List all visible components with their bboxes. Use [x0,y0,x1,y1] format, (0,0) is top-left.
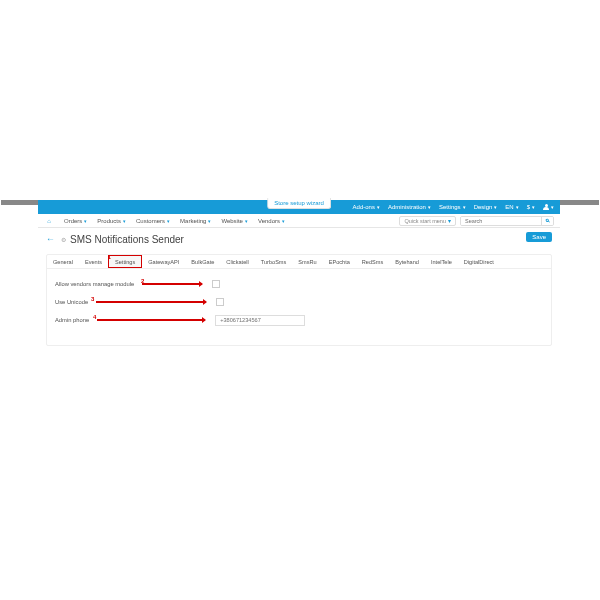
menu-vendors[interactable]: Vendors▾ [258,218,285,224]
search-icon [545,218,551,224]
tab-gatewayapi[interactable]: GatewayAPI [142,255,185,268]
topbar-currency[interactable]: $▾ [527,204,535,210]
label-use-unicode: Use Unicode [55,299,88,305]
tab-turbosms[interactable]: TurboSms [255,255,293,268]
label-admin-phone: Admin phone [55,317,89,323]
topbar-administration[interactable]: Administration▾ [388,204,431,210]
row-admin-phone: Admin phone 4 [55,311,543,329]
admin-app: Store setup wizard Add-ons▾ Administrati… [38,200,560,400]
checkbox-allow-vendors[interactable] [212,280,220,288]
tab-epochta[interactable]: EPochta [323,255,356,268]
topbar-user-menu[interactable]: ▾ [543,204,554,210]
tab-bulkgate[interactable]: BulkGate [185,255,220,268]
annotation-1: 1 [108,254,111,260]
topbar-settings[interactable]: Settings▾ [439,204,466,210]
save-button[interactable]: Save [526,232,552,242]
person-icon [543,204,549,210]
checkbox-use-unicode[interactable] [216,298,224,306]
search-input[interactable] [461,216,541,226]
topbar-addons[interactable]: Add-ons▾ [353,204,380,210]
main-menu: ⌂ Orders▾ Products▾ Customers▾ Marketing… [38,214,560,228]
menu-orders[interactable]: Orders▾ [64,218,87,224]
label-allow-vendors: Allow vendors manage module [55,281,134,287]
tab-redsms[interactable]: RedSms [356,255,389,268]
home-icon[interactable]: ⌂ [44,218,54,224]
tab-general[interactable]: General [47,255,79,268]
back-button[interactable]: ← [46,234,55,244]
menu-website[interactable]: Website▾ [221,218,248,224]
tabs: General Events 1 Settings GatewayAPI Bul… [47,255,551,269]
store-setup-wizard-button[interactable]: Store setup wizard [267,198,331,209]
menu-marketing[interactable]: Marketing▾ [180,218,211,224]
tab-settings[interactable]: Settings [108,255,142,268]
input-admin-phone[interactable] [215,315,305,326]
annotation-3: 3 [91,296,94,302]
row-use-unicode: Use Unicode 3 [55,293,543,311]
search-button[interactable] [541,216,553,226]
search-box [460,216,554,226]
row-allow-vendors: Allow vendors manage module 2 [55,275,543,293]
tab-bytehand[interactable]: Bytehand [389,255,425,268]
annotation-4: 4 [93,314,96,320]
tab-digitaldirect[interactable]: DigitalDirect [458,255,500,268]
page-title: SMS Notifications Sender [70,234,184,245]
quick-start-menu[interactable]: Quick start menu▾ [399,216,456,226]
settings-form: Allow vendors manage module 2 Use Unicod… [47,269,551,345]
title-bar: ← ⚙ SMS Notifications Sender Save [38,228,560,250]
tab-clickatell[interactable]: Clickatell [220,255,254,268]
gear-icon[interactable]: ⚙ [61,236,66,243]
content-card: General Events 1 Settings GatewayAPI Bul… [46,254,552,346]
topbar-design[interactable]: Design▾ [474,204,498,210]
tab-inteltele[interactable]: IntelTele [425,255,458,268]
tab-smsru[interactable]: SmsRu [292,255,322,268]
menu-customers[interactable]: Customers▾ [136,218,170,224]
menu-products[interactable]: Products▾ [97,218,126,224]
topbar-language[interactable]: EN▾ [505,204,518,210]
arrow-2 [142,283,202,285]
tab-events[interactable]: Events 1 [79,255,108,268]
arrow-4 [97,319,205,321]
arrow-3 [96,301,206,303]
